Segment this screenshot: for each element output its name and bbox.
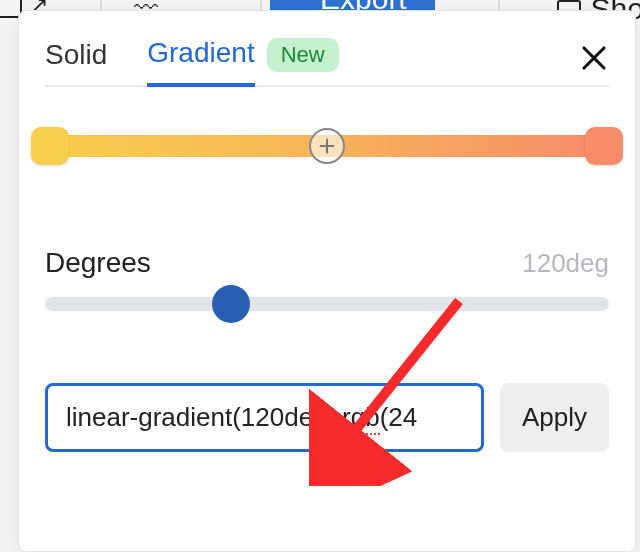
degrees-slider-thumb[interactable] xyxy=(212,285,250,323)
degrees-slider[interactable] xyxy=(45,297,609,311)
add-color-stop-button[interactable] xyxy=(309,128,345,164)
input-text-spell: rgb xyxy=(342,402,380,435)
color-stop-1[interactable] xyxy=(31,127,69,165)
fill-tabs: Solid Gradient New xyxy=(45,11,609,87)
css-gradient-input[interactable]: linear-gradient(120deg, rgb(24 xyxy=(45,383,484,452)
plus-icon xyxy=(316,135,338,157)
input-text-prefix: linear-gradient(120deg, xyxy=(66,402,342,432)
color-stop-2[interactable] xyxy=(585,127,623,165)
degrees-value: 120deg xyxy=(522,248,609,279)
gradient-picker-panel: Solid Gradient New Degrees 120deg linear… xyxy=(18,10,636,552)
apply-button[interactable]: Apply xyxy=(500,383,609,452)
close-icon xyxy=(579,43,609,73)
close-button[interactable] xyxy=(579,43,609,73)
input-text-suffix: (24 xyxy=(380,402,418,432)
tab-gradient[interactable]: Gradient xyxy=(147,37,254,87)
tab-solid[interactable]: Solid xyxy=(45,39,107,85)
gradient-stops-editor[interactable] xyxy=(45,135,609,157)
new-badge: New xyxy=(267,38,339,72)
degrees-label: Degrees xyxy=(45,247,151,279)
